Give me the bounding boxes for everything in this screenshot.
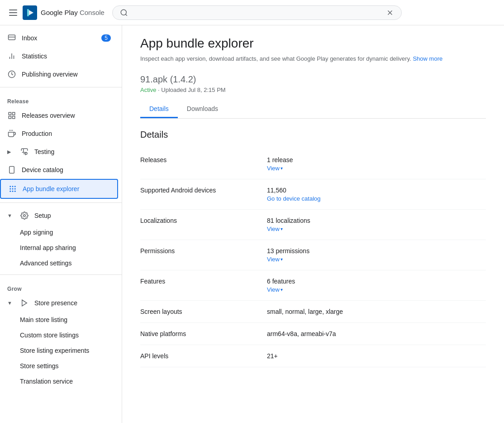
sidebar-divider-2 — [0, 202, 122, 203]
production-icon — [7, 129, 16, 138]
svg-point-24 — [12, 186, 14, 187]
show-more-link[interactable]: Show more — [413, 55, 442, 62]
sidebar-item-internal-app-sharing[interactable]: Internal app sharing — [0, 240, 118, 255]
releases-count: 1 release — [267, 156, 486, 163]
search-input[interactable]: library — [132, 9, 382, 16]
detail-label-localizations: Localizations — [140, 217, 267, 232]
sidebar-item-statistics[interactable]: Statistics — [0, 47, 118, 65]
bundle-meta: Active · Uploaded Jul 8, 2:15 PM — [140, 87, 486, 93]
permissions-view-link[interactable]: View ▾ — [267, 256, 283, 263]
search-bar[interactable]: library — [112, 5, 402, 20]
bundle-version-code: (1.4.2) — [170, 74, 196, 84]
sidebar-label-production: Production — [22, 130, 52, 137]
sidebar-label-main-store-listing: Main store listing — [20, 316, 67, 323]
detail-label-supported-devices: Supported Android devices — [140, 187, 267, 202]
detail-row-native-platforms: Native platforms arm64-v8a, armeabi-v7a — [140, 323, 486, 345]
detail-row-localizations: Localizations 81 localizations View ▾ — [140, 210, 486, 240]
sidebar-item-translation-service[interactable]: Translation service — [0, 374, 118, 389]
features-view-link[interactable]: View ▾ — [267, 286, 283, 293]
sidebar-label-internal-app-sharing: Internal app sharing — [20, 244, 76, 251]
detail-label-api-levels: API levels — [140, 352, 267, 360]
detail-row-features: Features 6 features View ▾ — [140, 270, 486, 301]
setup-expand-icon: ▼ — [7, 213, 14, 218]
sidebar-item-testing[interactable]: ▶ Testing — [0, 143, 118, 161]
svg-rect-16 — [13, 116, 15, 119]
sidebar-label-testing: Testing — [34, 148, 54, 155]
sidebar-label-device-catalog: Device catalog — [22, 166, 63, 173]
bundle-status: Active — [140, 87, 156, 93]
sidebar-item-advanced-settings[interactable]: Advanced settings — [0, 255, 118, 271]
sidebar-item-store-listing-experiments[interactable]: Store listing experiments — [0, 343, 118, 358]
svg-point-26 — [10, 188, 11, 190]
svg-point-23 — [10, 186, 11, 187]
svg-point-30 — [12, 191, 14, 192]
sidebar-item-main-store-listing[interactable]: Main store listing — [0, 312, 118, 327]
svg-point-3 — [121, 10, 126, 15]
sidebar-label-inbox: Inbox — [22, 34, 37, 42]
localizations-view-link[interactable]: View ▾ — [267, 226, 283, 232]
svg-rect-15 — [9, 116, 11, 119]
sidebar-item-device-catalog[interactable]: Device catalog — [0, 161, 118, 179]
sidebar-item-app-bundle-explorer[interactable]: App bundle explorer — [0, 179, 118, 199]
tab-details[interactable]: Details — [140, 101, 178, 118]
sidebar-item-app-signing[interactable]: App signing — [0, 225, 118, 240]
sidebar-divider-3 — [0, 274, 122, 275]
sidebar-item-inbox[interactable]: Inbox 5 — [0, 29, 118, 47]
native-platforms-value: arm64-v8a, armeabi-v7a — [267, 330, 336, 337]
permissions-count: 13 permissions — [267, 247, 486, 255]
details-section: Details Releases 1 release View ▾ Suppor… — [140, 130, 486, 367]
logo-text: Google Play Console — [41, 9, 105, 16]
detail-label-screen-layouts: Screen layouts — [140, 308, 267, 315]
clear-search-icon[interactable] — [386, 9, 394, 17]
sidebar-item-production[interactable]: Production — [0, 125, 118, 143]
detail-value-api-levels: 21+ — [267, 352, 486, 360]
tab-downloads[interactable]: Downloads — [178, 101, 227, 118]
hamburger-menu-icon[interactable] — [7, 8, 19, 18]
release-section-label: Release — [0, 91, 122, 106]
releases-overview-icon — [7, 111, 16, 120]
features-chevron-icon: ▾ — [281, 287, 283, 292]
localizations-chevron-icon: ▾ — [281, 226, 283, 231]
sidebar-item-setup[interactable]: ▼ Setup — [0, 207, 118, 225]
detail-label-features: Features — [140, 278, 267, 293]
device-catalog-link[interactable]: Go to device catalog — [267, 195, 321, 202]
detail-label-releases: Releases — [140, 156, 267, 172]
releases-view-link[interactable]: View ▾ — [267, 165, 283, 172]
app-bundle-explorer-icon — [8, 184, 17, 193]
sidebar-label-advanced-settings: Advanced settings — [20, 260, 71, 267]
detail-value-supported-devices: 11,560 Go to device catalog — [267, 187, 486, 202]
detail-value-permissions: 13 permissions View ▾ — [267, 247, 486, 263]
sidebar-divider-1 — [0, 87, 122, 87]
sidebar-item-custom-store-listings[interactable]: Custom store listings — [0, 327, 118, 343]
bundle-uploaded: Uploaded Jul 8, 2:15 PM — [161, 87, 225, 93]
releases-chevron-icon: ▾ — [281, 166, 283, 171]
inbox-icon — [7, 34, 16, 43]
sidebar-item-store-presence[interactable]: ▼ Store presence — [0, 294, 118, 312]
sidebar-item-publishing-overview[interactable]: Publishing overview — [0, 65, 118, 83]
sidebar-label-app-bundle-explorer: App bundle explorer — [23, 185, 79, 192]
sidebar-label-translation-service: Translation service — [20, 378, 73, 385]
sidebar-item-store-settings[interactable]: Store settings — [0, 358, 118, 374]
sidebar-label-publishing-overview: Publishing overview — [22, 71, 78, 78]
sidebar-label-custom-store-listings: Custom store listings — [20, 332, 79, 339]
setup-icon — [20, 211, 29, 220]
detail-value-native-platforms: arm64-v8a, armeabi-v7a — [267, 330, 486, 337]
testing-expand-icon: ▶ — [7, 149, 14, 155]
sidebar-label-statistics: Statistics — [22, 53, 47, 60]
svg-point-28 — [14, 188, 16, 190]
bundle-version: 91.apk (1.4.2) — [140, 74, 486, 85]
svg-rect-14 — [13, 112, 15, 115]
detail-value-features: 6 features View ▾ — [267, 278, 486, 293]
bundle-header: 91.apk (1.4.2) Active · Uploaded Jul 8, … — [140, 74, 486, 93]
store-presence-expand-icon: ▼ — [7, 300, 14, 306]
svg-point-29 — [10, 191, 11, 192]
main-layout: Inbox 5 Statistics Publishing overview R… — [0, 25, 504, 423]
detail-row-permissions: Permissions 13 permissions View ▾ — [140, 240, 486, 270]
topbar-logo: Google Play Console — [7, 5, 107, 20]
details-title: Details — [140, 130, 486, 140]
device-catalog-icon — [7, 165, 16, 174]
publishing-overview-icon — [7, 70, 16, 79]
sidebar-item-releases-overview[interactable]: Releases overview — [0, 106, 118, 125]
screen-layouts-value: small, normal, large, xlarge — [267, 308, 343, 315]
supported-devices-count: 11,560 — [267, 187, 486, 194]
